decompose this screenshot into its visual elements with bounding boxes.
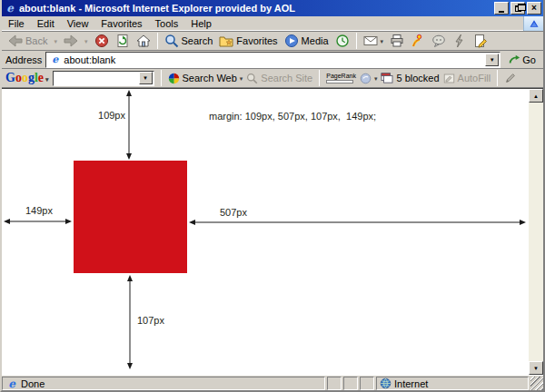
search-icon	[164, 34, 179, 48]
scroll-down-button[interactable]: ▼	[529, 361, 543, 375]
popup-blocked-button[interactable]: 5 blocked	[381, 73, 439, 83]
pagerank-indicator[interactable]: PageRank	[326, 73, 356, 83]
google-search-input[interactable]: ▾	[53, 71, 154, 86]
google-ball-icon	[168, 73, 180, 84]
browser-window: e about:blank - Microsoft Internet Explo…	[0, 0, 545, 392]
history-icon	[335, 34, 350, 48]
address-input[interactable]: e about:blank ▾	[45, 52, 500, 68]
favorites-button[interactable]: Favorites	[216, 32, 280, 50]
messenger-icon	[431, 34, 446, 48]
aol-logo-icon	[523, 16, 543, 31]
menu-favorites[interactable]: Favorites	[94, 16, 148, 30]
page-info-icon	[360, 73, 372, 84]
print-icon	[390, 34, 404, 48]
aim-button[interactable]	[408, 32, 428, 50]
go-arrow-icon	[508, 54, 520, 66]
status-text: Done	[21, 378, 45, 389]
history-button[interactable]	[332, 32, 352, 50]
menu-tools[interactable]: Tools	[149, 16, 185, 30]
page-info-button[interactable]: ▾	[360, 73, 378, 84]
messenger-button[interactable]	[429, 32, 449, 50]
address-dropdown-button[interactable]: ▾	[485, 54, 499, 66]
go-button[interactable]: Go	[504, 52, 540, 68]
search-site-button[interactable]: Search Site	[246, 73, 312, 84]
media-button[interactable]: Media	[282, 32, 332, 50]
window-title: about:blank - Microsoft Internet Explore…	[19, 3, 491, 14]
media-icon	[284, 34, 299, 48]
search-button[interactable]: Search	[162, 32, 216, 50]
menu-bar: File Edit View Favorites Tools Help	[2, 16, 543, 31]
toolbar-separator	[356, 33, 357, 49]
home-icon	[136, 34, 151, 48]
google-toolbar: Google ▾ ▾ Search Web ▾ Search Site Page…	[2, 69, 543, 88]
restore-icon	[515, 5, 521, 12]
aim-icon	[411, 34, 425, 48]
status-bar: e Done Internet	[2, 375, 543, 390]
print-button[interactable]	[387, 32, 407, 50]
minimize-icon	[499, 11, 504, 13]
google-logo-dropdown[interactable]: ▾	[45, 77, 49, 83]
google-search-dropdown[interactable]: ▾	[139, 72, 153, 84]
resize-grip[interactable]	[530, 377, 543, 390]
forward-dropdown[interactable]: ▾	[82, 32, 91, 50]
vertical-scrollbar[interactable]: ▲ ▼	[529, 89, 543, 375]
google-separator	[319, 70, 320, 86]
window-controls: ×	[494, 2, 541, 15]
main-toolbar: Back ▾ ▾ Search Favorites Media	[2, 31, 543, 51]
pagerank-bar	[326, 80, 353, 83]
status-page-icon: e	[5, 377, 18, 390]
stop-icon	[94, 34, 109, 48]
title-bar: e about:blank - Microsoft Internet Explo…	[2, 0, 543, 16]
google-logo[interactable]: Google ▾	[5, 71, 49, 85]
security-zone-pane: Internet	[376, 377, 529, 390]
close-button[interactable]: ×	[527, 2, 541, 15]
home-button[interactable]	[134, 32, 154, 50]
restore-button[interactable]	[510, 2, 525, 15]
minimize-button[interactable]	[494, 2, 509, 15]
popup-blocked-icon	[381, 73, 393, 83]
pen-icon	[504, 72, 517, 84]
back-dropdown[interactable]: ▾	[51, 32, 60, 50]
menu-file[interactable]: File	[2, 16, 31, 30]
page-content: 109px margin: 109px, 507px, 107px, 149px…	[2, 89, 529, 375]
highlight-pen-button[interactable]	[504, 72, 517, 84]
back-arrow-icon	[8, 34, 23, 48]
margin-declaration-text: margin: 109px, 507px, 107px, 149px;	[209, 111, 376, 122]
page-icon: e	[49, 54, 61, 65]
page-viewport: 109px margin: 109px, 507px, 107px, 149px…	[2, 88, 543, 375]
top-margin-label: 109px	[84, 110, 125, 121]
internet-globe-icon	[380, 377, 391, 389]
search-web-button[interactable]: Search Web ▾	[168, 73, 243, 84]
refresh-button[interactable]	[113, 32, 133, 50]
back-button[interactable]: Back	[5, 32, 50, 50]
status-pane-1	[327, 377, 342, 390]
edit-button[interactable]	[471, 32, 490, 50]
address-label: Address	[5, 54, 42, 65]
mail-button[interactable]: ▾	[361, 32, 387, 50]
stop-button[interactable]	[92, 32, 112, 50]
forward-arrow-icon	[64, 34, 78, 48]
autofill-icon	[443, 73, 455, 84]
lightning-icon	[452, 34, 467, 48]
status-pane-2	[343, 377, 358, 390]
scroll-up-button[interactable]: ▲	[529, 89, 543, 103]
right-margin-label: 507px	[220, 207, 247, 218]
ie-logo-icon: e	[4, 2, 16, 15]
google-separator	[161, 70, 162, 86]
toolbar-separator	[157, 33, 158, 49]
menu-view[interactable]: View	[61, 16, 95, 30]
menu-help[interactable]: Help	[184, 16, 218, 30]
dimension-arrows	[2, 89, 529, 375]
lightning-button[interactable]	[450, 32, 470, 50]
edit-icon	[473, 34, 488, 48]
left-margin-label: 149px	[25, 205, 53, 216]
refresh-icon	[115, 34, 130, 48]
favorites-icon	[219, 34, 233, 48]
bottom-margin-label: 107px	[137, 315, 164, 326]
search-site-icon	[246, 73, 258, 84]
forward-button[interactable]	[61, 32, 81, 50]
menu-edit[interactable]: Edit	[31, 16, 61, 30]
address-value: about:blank	[64, 54, 482, 65]
autofill-button[interactable]: AutoFill	[443, 73, 491, 84]
address-bar: Address e about:blank ▾ Go	[2, 51, 543, 69]
